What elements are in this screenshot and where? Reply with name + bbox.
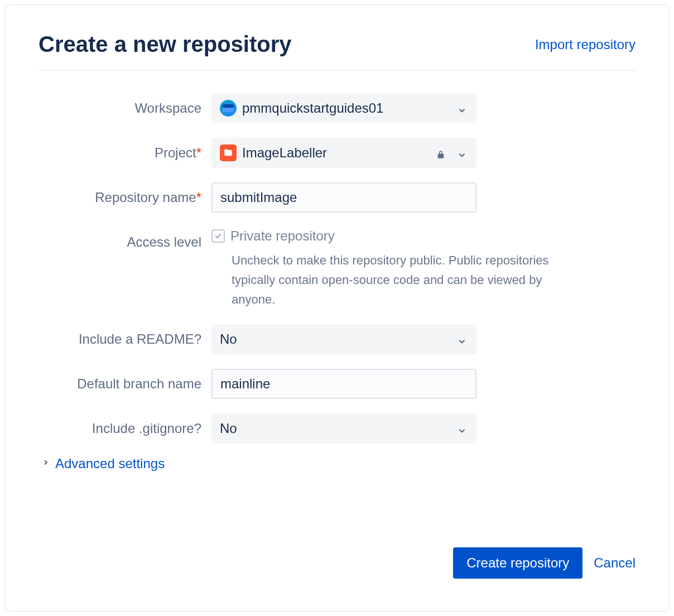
action-buttons: Create repository Cancel — [453, 547, 636, 579]
workspace-value: pmmquickstartguides01 — [242, 100, 383, 116]
chevron-down-icon — [457, 103, 467, 113]
include-gitignore-value: No — [220, 421, 237, 436]
chevron-right-icon — [42, 459, 50, 469]
include-gitignore-row: Include .gitignore? No — [38, 413, 636, 444]
advanced-settings-label: Advanced settings — [55, 456, 165, 471]
workspace-select[interactable]: pmmquickstartguides01 — [211, 93, 476, 123]
project-label: Project* — [38, 138, 211, 162]
page-title: Create a new repository — [38, 32, 292, 57]
private-repository-label: Private repository — [230, 227, 335, 244]
access-level-help: Uncheck to make this repository public. … — [211, 251, 580, 310]
access-level-row: Access level Private repository Uncheck … — [38, 227, 636, 310]
workspace-row: Workspace pmmquickstartguides01 — [38, 93, 636, 123]
repository-name-label: Repository name* — [38, 182, 211, 207]
chevron-down-icon — [457, 424, 467, 434]
include-readme-label: Include a README? — [38, 324, 211, 349]
chevron-down-icon — [457, 148, 467, 158]
include-gitignore-label: Include .gitignore? — [38, 413, 211, 438]
access-level-label: Access level — [38, 227, 211, 252]
workspace-label: Workspace — [38, 93, 211, 118]
panel-header: Create a new repository Import repositor… — [38, 32, 636, 71]
default-branch-label: Default branch name — [38, 369, 211, 393]
default-branch-input[interactable] — [211, 369, 476, 399]
project-value: ImageLabeller — [242, 145, 327, 161]
include-readme-value: No — [220, 331, 237, 347]
chevron-down-icon — [457, 334, 467, 344]
project-folder-icon — [220, 145, 237, 161]
workspace-avatar-icon — [220, 100, 237, 117]
private-repository-checkbox[interactable] — [211, 229, 225, 243]
project-select[interactable]: ImageLabeller — [211, 138, 476, 168]
create-repository-panel: Create a new repository Import repositor… — [4, 4, 670, 612]
create-repository-button[interactable]: Create repository — [453, 547, 582, 579]
include-readme-select[interactable]: No — [211, 324, 476, 354]
import-repository-link[interactable]: Import repository — [535, 37, 636, 52]
lock-icon — [436, 148, 446, 158]
project-row: Project* ImageLabeller — [38, 138, 636, 168]
cancel-link[interactable]: Cancel — [594, 555, 636, 571]
include-readme-row: Include a README? No — [38, 324, 636, 354]
default-branch-row: Default branch name — [38, 369, 636, 399]
repository-name-row: Repository name* — [38, 182, 636, 213]
advanced-settings-toggle[interactable]: Advanced settings — [42, 456, 636, 471]
include-gitignore-select[interactable]: No — [211, 413, 476, 444]
repository-name-input[interactable] — [211, 182, 476, 213]
